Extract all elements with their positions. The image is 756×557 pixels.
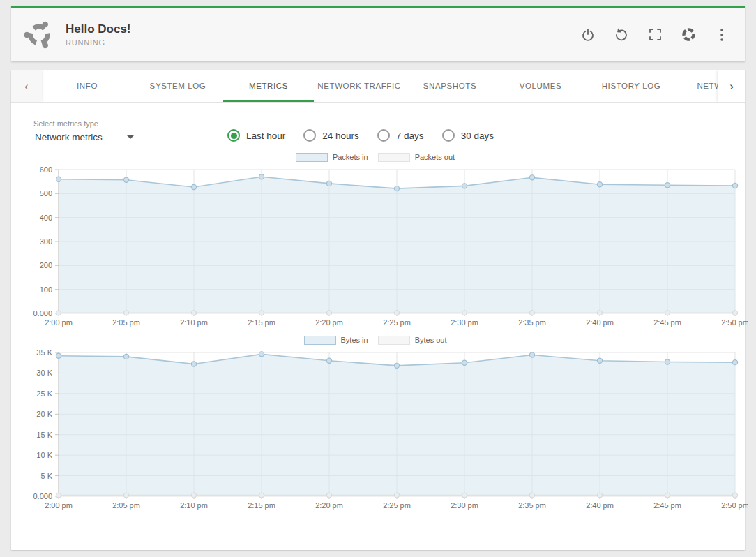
ubuntu-logo-icon [21,20,57,50]
tabs-scroll-left-icon[interactable]: ‹ [11,70,42,102]
legend-label: Packets out [415,153,455,161]
legend-label: Bytes in [341,336,368,344]
svg-text:2:20 pm: 2:20 pm [315,501,343,510]
svg-text:300: 300 [40,237,52,246]
legend-item-bytes-out: Bytes out [378,336,447,345]
radio-30-days[interactable]: 30 days [442,129,494,142]
svg-text:2:30 pm: 2:30 pm [451,318,478,327]
bytes-legend: Bytes inBytes out [25,333,725,347]
kebab-menu-icon[interactable] [714,27,729,43]
svg-text:2:05 pm: 2:05 pm [112,318,140,327]
select-value: Network metrics [35,132,103,142]
chevron-down-icon [127,135,134,139]
svg-text:0.000: 0.000 [33,309,52,318]
tab-volumes[interactable]: VOLUMES [495,70,586,102]
svg-text:200: 200 [40,261,52,269]
legend-item-packets-out: Packets out [378,153,455,162]
header-actions [580,27,729,43]
svg-text:2:15 pm: 2:15 pm [248,318,275,327]
packets-chart-section: Packets inPackets out 600500400300200100… [11,150,745,330]
svg-text:2:35 pm: 2:35 pm [518,318,546,327]
bytes-chart: 35 K30 K25 K20 K15 K10 K5 K0.0002:00 pm2… [25,347,748,513]
svg-text:2:05 pm: 2:05 pm [112,501,140,510]
power-icon[interactable] [580,27,596,43]
legend-label: Packets in [333,153,368,161]
radio-label: 30 days [461,131,494,141]
metrics-type-select[interactable]: Select metrics type Network metrics [33,119,137,147]
legend-swatch-icon [378,153,410,162]
svg-text:600: 600 [40,165,52,174]
legend-label: Bytes out [415,336,447,344]
svg-text:2:10 pm: 2:10 pm [180,501,208,510]
svg-text:2:30 pm: 2:30 pm [451,501,478,510]
svg-text:25 K: 25 K [36,389,52,398]
svg-text:500: 500 [40,189,52,198]
instance-header: Hello Docs! RUNNING [11,6,745,61]
svg-text:2:40 pm: 2:40 pm [586,501,614,510]
bytes-chart-section: Bytes inBytes out 35 K30 K25 K20 K15 K10… [11,333,745,513]
svg-text:15 K: 15 K [36,431,52,439]
packets-chart: 6005004003002001000.0002:00 pm2:05 pm2:1… [25,164,748,330]
restart-icon[interactable] [614,27,629,43]
svg-text:2:25 pm: 2:25 pm [383,318,411,327]
radio-label: 24 hours [322,131,359,141]
svg-text:0.000: 0.000 [33,492,52,500]
tab-history-log[interactable]: HISTORY LOG [586,70,676,102]
svg-text:30 K: 30 K [36,369,52,377]
svg-text:2:50 pm: 2:50 pm [721,318,748,327]
svg-text:2:20 pm: 2:20 pm [315,318,343,327]
radio-circle-icon [303,129,316,142]
legend-swatch-icon [378,336,410,345]
svg-text:2:45 pm: 2:45 pm [653,318,681,327]
radio-circle-icon [377,129,390,142]
svg-text:10 K: 10 K [36,451,52,459]
page: Hello Docs! RUNNING [0,0,756,556]
status-badge: RUNNING [66,38,131,47]
svg-text:2:00 pm: 2:00 pm [45,501,73,510]
svg-text:400: 400 [40,214,52,222]
svg-text:2:00 pm: 2:00 pm [45,318,73,327]
svg-text:2:50 pm: 2:50 pm [721,501,748,510]
svg-text:2:15 pm: 2:15 pm [248,501,275,510]
legend-item-bytes-in: Bytes in [304,336,368,345]
radio-circle-icon [442,129,455,142]
radio-label: Last hour [246,131,285,141]
radio-label: 7 days [396,131,424,141]
legend-item-packets-in: Packets in [296,153,368,162]
radio-7-days[interactable]: 7 days [377,129,424,142]
tab-network-traffic[interactable]: NETWORK TRAFFIC [314,70,405,102]
instance-detail-panel: ‹ INFOSYSTEM LOGMETRICSNETWORK TRAFFICSN… [11,70,745,550]
tab-system-log[interactable]: SYSTEM LOG [133,70,223,102]
svg-text:20 K: 20 K [36,410,52,418]
radio-last-hour[interactable]: Last hour [227,129,285,142]
svg-text:5 K: 5 K [40,472,52,480]
page-title: Hello Docs! [66,22,131,36]
radio-circle-icon [227,129,240,142]
tab-snapshots[interactable]: SNAPSHOTS [405,70,495,102]
fullscreen-icon[interactable] [647,27,663,43]
svg-text:35 K: 35 K [36,348,52,357]
tab-metrics[interactable]: METRICS [223,70,314,102]
tab-bar: ‹ INFOSYSTEM LOGMETRICSNETWORK TRAFFICSN… [11,70,745,103]
time-range-radio-group: Last hour24 hours7 days30 days [227,129,494,147]
svg-text:2:10 pm: 2:10 pm [180,318,208,327]
radio-24-hours[interactable]: 24 hours [303,129,359,142]
svg-text:100: 100 [40,285,52,294]
shutter-icon[interactable] [681,27,696,43]
svg-text:2:35 pm: 2:35 pm [518,501,546,510]
tab-info[interactable]: INFO [42,70,133,102]
svg-text:2:25 pm: 2:25 pm [383,501,411,510]
legend-swatch-icon [296,153,328,162]
tab-list: INFOSYSTEM LOGMETRICSNETWORK TRAFFICSNAP… [42,70,745,102]
svg-text:2:45 pm: 2:45 pm [653,501,681,510]
tabs-scroll-right-icon[interactable]: › [718,70,745,102]
metrics-controls: Select metrics type Network metrics Last… [11,103,745,147]
legend-swatch-icon [304,336,336,345]
packets-legend: Packets inPackets out [25,150,725,164]
select-label: Select metrics type [33,119,137,128]
select-box[interactable]: Network metrics [33,131,137,147]
svg-text:2:40 pm: 2:40 pm [586,318,614,327]
